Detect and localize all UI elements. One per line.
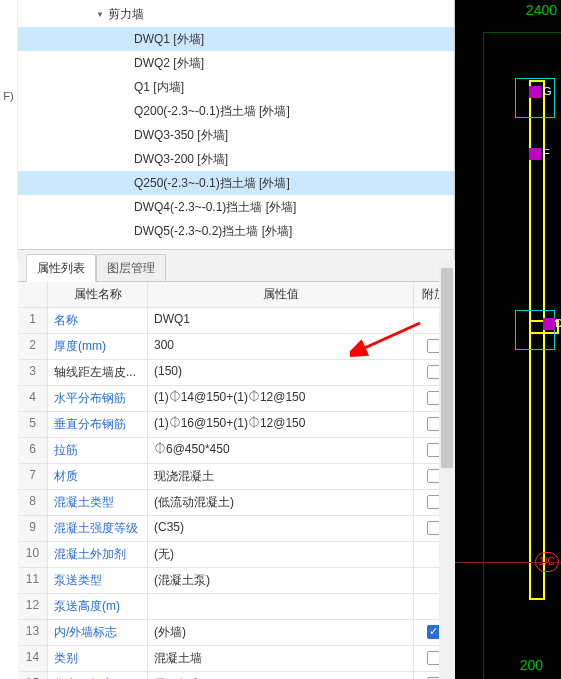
property-value[interactable]: 现浇混凝土 bbox=[148, 464, 414, 489]
tab-bar: 属性列表 图层管理 bbox=[18, 250, 454, 282]
table-row[interactable]: 8混凝土类型(低流动混凝土) bbox=[18, 490, 454, 516]
header-name: 属性名称 bbox=[48, 282, 148, 307]
grid-line bbox=[483, 32, 561, 33]
row-index: 15 bbox=[18, 672, 48, 679]
grid-line bbox=[483, 32, 484, 679]
row-index: 12 bbox=[18, 594, 48, 619]
component-tree: 剪力墙 DWQ1 [外墙] DWQ2 [外墙] Q1 [内墙] Q200(-2.… bbox=[18, 0, 454, 250]
property-name: 轴线距左墙皮... bbox=[48, 360, 148, 385]
scrollbar-thumb[interactable] bbox=[441, 268, 453, 468]
row-index: 11 bbox=[18, 568, 48, 593]
table-row[interactable]: 5垂直分布钢筋(1)⏀16@150+(1)⏀12@150 bbox=[18, 412, 454, 438]
table-row[interactable]: 13内/外墙标志(外墙) bbox=[18, 620, 454, 646]
row-index: 13 bbox=[18, 620, 48, 645]
table-row[interactable]: 9混凝土强度等级(C35) bbox=[18, 516, 454, 542]
dimension-label: 2400 bbox=[526, 2, 557, 18]
axis-node-label: G bbox=[543, 85, 552, 97]
tree-item[interactable]: DWQ3-350 [外墙] bbox=[18, 123, 454, 147]
tree-item[interactable]: DWQ2 [外墙] bbox=[18, 51, 454, 75]
tree-item[interactable]: Q1 [内墙] bbox=[18, 75, 454, 99]
tree-item[interactable]: Q200(-2.3~-0.1)挡土墙 [外墙] bbox=[18, 99, 454, 123]
tree-item[interactable]: DWQ5(-2.3~0.2)挡土墙 [外墙] bbox=[18, 219, 454, 243]
tree-item[interactable]: DWQ4(-2.3~-0.1)挡土墙 [外墙] bbox=[18, 195, 454, 219]
property-value[interactable] bbox=[148, 594, 414, 619]
property-name: 水平分布钢筋 bbox=[48, 386, 148, 411]
property-value[interactable]: 混凝土墙 bbox=[148, 646, 414, 671]
axis-node-label: D bbox=[555, 317, 561, 329]
table-row[interactable]: 4水平分布钢筋(1)⏀14@150+(1)⏀12@150 bbox=[18, 386, 454, 412]
property-name: 泵送类型 bbox=[48, 568, 148, 593]
tab-label: 属性列表 bbox=[37, 261, 85, 275]
row-index: 9 bbox=[18, 516, 48, 541]
table-row[interactable]: 10混凝土外加剂(无) bbox=[18, 542, 454, 568]
tree-item[interactable]: DWQ3-200 [外墙] bbox=[18, 147, 454, 171]
tree-item-label: Q200(-2.3~-0.1)挡土墙 [外墙] bbox=[134, 104, 290, 118]
axis-node[interactable] bbox=[543, 318, 555, 330]
table-row[interactable]: 14类别混凝土墙 bbox=[18, 646, 454, 672]
row-index: 5 bbox=[18, 412, 48, 437]
property-value[interactable]: 300 bbox=[148, 334, 414, 359]
property-value[interactable]: (低流动混凝土) bbox=[148, 490, 414, 515]
tree-item-label: DWQ4(-2.3~-0.1)挡土墙 [外墙] bbox=[134, 200, 296, 214]
property-name: 拉筋 bbox=[48, 438, 148, 463]
table-row[interactable]: 1名称DWQ1 bbox=[18, 308, 454, 334]
row-index: 4 bbox=[18, 386, 48, 411]
tab-property-list[interactable]: 属性列表 bbox=[26, 254, 96, 282]
property-name: 类别 bbox=[48, 646, 148, 671]
property-name: 混凝土类型 bbox=[48, 490, 148, 515]
tree-group-shear-wall[interactable]: 剪力墙 bbox=[18, 4, 454, 27]
property-scrollbar[interactable] bbox=[439, 260, 455, 679]
table-row[interactable]: 3轴线距左墙皮...(150) bbox=[18, 360, 454, 386]
tab-layer-manage[interactable]: 图层管理 bbox=[96, 254, 166, 281]
row-index: 3 bbox=[18, 360, 48, 385]
tree-item-label: Q250(-2.3~-0.1)挡土墙 [外墙] bbox=[134, 176, 290, 190]
column-element[interactable] bbox=[515, 78, 555, 118]
row-index: 14 bbox=[18, 646, 48, 671]
tree-item-label: DWQ3-200 [外墙] bbox=[134, 152, 228, 166]
row-index: 2 bbox=[18, 334, 48, 359]
table-row[interactable]: 15起点顶标高(m)层顶标高 bbox=[18, 672, 454, 679]
table-row[interactable]: 11泵送类型(混凝土泵) bbox=[18, 568, 454, 594]
row-index: 7 bbox=[18, 464, 48, 489]
tree-item-label: Q1 [内墙] bbox=[134, 80, 184, 94]
left-panel: 剪力墙 DWQ1 [外墙] DWQ2 [外墙] Q1 [内墙] Q200(-2.… bbox=[18, 0, 455, 679]
tree-item-label: DWQ3-350 [外墙] bbox=[134, 128, 228, 142]
table-header: 属性名称 属性值 附加 bbox=[18, 282, 454, 308]
axis-node[interactable] bbox=[529, 86, 541, 98]
tree-item[interactable]: Q250(-2.3~-0.1)挡土墙 [外墙] bbox=[18, 171, 454, 195]
property-value[interactable]: (150) bbox=[148, 360, 414, 385]
property-value[interactable]: 层顶标高 bbox=[148, 672, 414, 679]
property-value[interactable]: ⏀6@450*450 bbox=[148, 438, 414, 463]
tree-item[interactable]: DWQ1 [外墙] bbox=[18, 27, 454, 51]
property-value[interactable]: (1)⏀14@150+(1)⏀12@150 bbox=[148, 386, 414, 411]
row-index: 1 bbox=[18, 308, 48, 333]
table-row[interactable]: 6拉筋⏀6@450*450 bbox=[18, 438, 454, 464]
header-index bbox=[18, 282, 48, 307]
property-name: 名称 bbox=[48, 308, 148, 333]
property-name: 混凝土外加剂 bbox=[48, 542, 148, 567]
property-name: 材质 bbox=[48, 464, 148, 489]
tree-item-label: DWQ2 [外墙] bbox=[134, 56, 204, 70]
property-value[interactable]: DWQ1 bbox=[148, 308, 414, 333]
axis-node[interactable] bbox=[529, 148, 541, 160]
property-value[interactable]: (外墙) bbox=[148, 620, 414, 645]
left-dock-fragment: F) bbox=[0, 0, 18, 260]
cad-viewport[interactable]: 2400 200 G F D 1/C bbox=[455, 0, 561, 679]
row-index: 6 bbox=[18, 438, 48, 463]
column-element[interactable] bbox=[515, 310, 555, 350]
row-index: 10 bbox=[18, 542, 48, 567]
property-table: 属性名称 属性值 附加 1名称DWQ12厚度(mm)3003轴线距左墙皮...(… bbox=[18, 282, 454, 679]
table-row[interactable]: 12泵送高度(m) bbox=[18, 594, 454, 620]
table-row[interactable]: 7材质现浇混凝土 bbox=[18, 464, 454, 490]
property-name: 混凝土强度等级 bbox=[48, 516, 148, 541]
property-value[interactable]: (混凝土泵) bbox=[148, 568, 414, 593]
table-row[interactable]: 2厚度(mm)300 bbox=[18, 334, 454, 360]
property-value[interactable]: (无) bbox=[148, 542, 414, 567]
property-name: 厚度(mm) bbox=[48, 334, 148, 359]
property-name: 垂直分布钢筋 bbox=[48, 412, 148, 437]
property-value[interactable]: (1)⏀16@150+(1)⏀12@150 bbox=[148, 412, 414, 437]
property-value[interactable]: (C35) bbox=[148, 516, 414, 541]
tree-group-label: 剪力墙 bbox=[108, 6, 144, 23]
dimension-label: 200 bbox=[520, 657, 543, 673]
tree-item-label: DWQ5(-2.3~0.2)挡土墙 [外墙] bbox=[134, 224, 292, 238]
